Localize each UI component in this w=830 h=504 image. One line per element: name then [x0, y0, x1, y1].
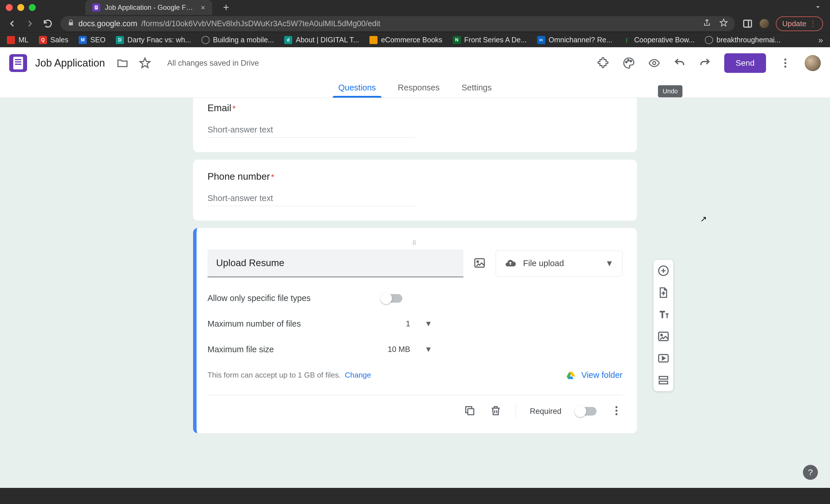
help-button[interactable]: ? — [803, 465, 818, 480]
add-section-icon[interactable] — [657, 374, 670, 387]
close-tab-icon[interactable]: × — [201, 3, 205, 12]
bookmark-mobile[interactable]: Building a mobile... — [201, 36, 274, 44]
undo-tooltip: Undo — [658, 85, 682, 97]
preview-icon[interactable] — [648, 57, 660, 69]
max-size-select[interactable]: 10 MB▼ — [388, 345, 432, 354]
svg-point-16 — [615, 406, 617, 408]
form-title[interactable]: Job Application — [35, 57, 105, 69]
answer-placeholder: Short-answer text — [208, 125, 415, 138]
tab-settings[interactable]: Settings — [459, 79, 494, 98]
svg-point-6 — [626, 61, 627, 63]
url-input[interactable]: docs.google.com/forms/d/10ok6VvbVNEv8lxh… — [61, 16, 735, 31]
url-path: /forms/d/10ok6VvbVNEv8lxhJsDWuKr3Ac5W7te… — [141, 19, 380, 28]
redo-button[interactable] — [699, 57, 711, 69]
account-avatar[interactable] — [805, 55, 821, 71]
svg-point-17 — [615, 410, 617, 412]
allow-file-types-row: Allow only specific file types — [208, 294, 622, 303]
chevron-down-icon: ▼ — [605, 259, 613, 268]
star-icon[interactable] — [139, 57, 151, 69]
share-icon[interactable] — [703, 19, 711, 29]
saved-status: All changes saved in Drive — [167, 59, 259, 68]
minimize-window-icon[interactable] — [17, 4, 24, 11]
browser-tab[interactable]: Job Application - Google Form × — [85, 0, 212, 15]
undo-button[interactable] — [673, 57, 685, 69]
change-storage-link[interactable]: Change — [345, 371, 371, 379]
svg-rect-24 — [659, 381, 667, 384]
addons-icon[interactable] — [598, 57, 610, 69]
question-card-email[interactable]: Email* Short-answer text — [193, 98, 637, 152]
max-files-select[interactable]: 1▼ — [406, 320, 432, 328]
add-image-icon[interactable] — [473, 257, 486, 270]
answer-placeholder: Short-answer text — [208, 194, 415, 206]
bookmarks-bar: ML QSales MSEO DDarty Fnac vs: wh... Bui… — [0, 32, 830, 47]
max-size-row: Maximum file size 10 MB▼ — [208, 345, 432, 354]
drive-icon — [566, 371, 576, 380]
duplicate-icon[interactable] — [464, 405, 476, 418]
move-folder-icon[interactable] — [117, 57, 129, 69]
bookmark-coop[interactable]: ∫Cooperative Bow... — [623, 36, 695, 44]
svg-point-11 — [785, 62, 787, 64]
max-files-row: Maximum number of files 1▼ — [208, 319, 432, 329]
tab-title: Job Application - Google Form — [105, 3, 196, 11]
back-button[interactable] — [7, 19, 17, 29]
required-toggle[interactable] — [575, 407, 597, 415]
bookmark-digital[interactable]: dAbout | DIGITAL T... — [284, 36, 359, 44]
required-asterisk: * — [271, 172, 274, 181]
send-button[interactable]: Send — [724, 53, 766, 73]
lock-icon — [67, 19, 74, 28]
bookmark-omni[interactable]: inOmnichannel? Re... — [537, 36, 612, 44]
tab-responses[interactable]: Responses — [395, 79, 442, 98]
cloud-upload-icon — [505, 258, 516, 269]
bookmark-ml[interactable]: ML — [7, 36, 29, 44]
app-header: Job Application All changes saved in Dri… — [0, 47, 830, 79]
add-video-icon[interactable] — [657, 352, 670, 365]
view-folder-link[interactable]: View folder — [566, 370, 622, 380]
svg-rect-15 — [468, 409, 474, 415]
maximize-window-icon[interactable] — [29, 4, 36, 11]
question-type-select[interactable]: File upload ▼ — [496, 250, 622, 276]
tab-questions[interactable]: Questions — [336, 79, 378, 98]
svg-rect-3 — [95, 8, 97, 9]
close-window-icon[interactable] — [6, 4, 13, 11]
panel-icon[interactable] — [742, 19, 753, 29]
question-card-upload[interactable]: ⠿ Upload Resume File upload ▼ Allow only… — [193, 228, 637, 433]
question-card-phone[interactable]: Phone number* Short-answer text — [193, 160, 637, 221]
bookmark-break[interactable]: breakthroughemai... — [705, 36, 780, 44]
chevron-down-icon: ▼ — [424, 320, 432, 328]
question-title-input[interactable]: Upload Resume — [208, 249, 464, 277]
add-question-icon[interactable] — [657, 264, 670, 277]
svg-point-9 — [652, 62, 656, 65]
bookmarks-overflow-icon[interactable]: » — [818, 35, 823, 45]
expand-tabs-icon[interactable] — [814, 3, 822, 12]
question-label: Email* — [208, 103, 622, 113]
required-asterisk: * — [232, 104, 236, 113]
forms-logo-icon[interactable] — [9, 54, 27, 72]
bookmark-sales[interactable]: QSales — [39, 36, 69, 44]
browser-profile-avatar[interactable] — [760, 19, 769, 28]
more-icon[interactable] — [779, 57, 791, 69]
svg-rect-23 — [659, 376, 667, 379]
svg-rect-2 — [95, 7, 97, 8]
required-label: Required — [530, 407, 562, 416]
bookmark-star-icon[interactable] — [719, 19, 728, 29]
bookmark-darty[interactable]: DDarty Fnac vs: wh... — [116, 36, 191, 44]
import-questions-icon[interactable] — [657, 286, 670, 299]
theme-icon[interactable] — [623, 57, 635, 69]
forward-button[interactable] — [25, 19, 35, 29]
bookmark-front[interactable]: NFront Series A De... — [453, 36, 527, 44]
allow-file-types-toggle[interactable] — [381, 294, 402, 303]
svg-point-8 — [630, 60, 632, 62]
delete-icon[interactable] — [490, 405, 502, 418]
drag-handle-icon[interactable]: ⠿ — [208, 240, 622, 246]
update-button[interactable]: Update⋮ — [776, 16, 823, 31]
bookmark-seo[interactable]: MSEO — [79, 36, 105, 44]
more-options-icon[interactable] — [610, 405, 622, 418]
add-image-icon[interactable] — [657, 330, 670, 343]
new-tab-button[interactable]: + — [223, 1, 229, 13]
reload-button[interactable] — [43, 19, 53, 29]
bookmark-ecommerce[interactable]: eCommerce Books — [370, 36, 442, 44]
floating-toolbar — [653, 260, 673, 391]
svg-rect-4 — [744, 20, 752, 27]
chevron-down-icon: ▼ — [424, 345, 432, 354]
add-title-icon[interactable] — [657, 308, 670, 321]
